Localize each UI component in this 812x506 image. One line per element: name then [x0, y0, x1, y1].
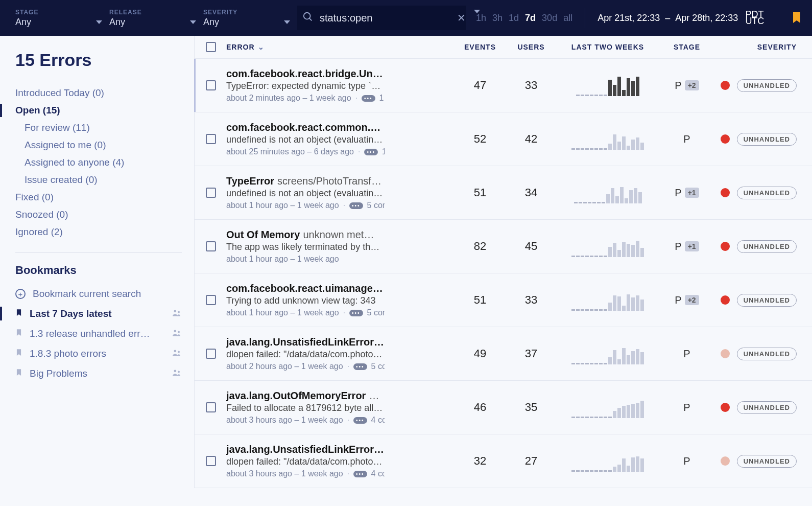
- error-row[interactable]: com.facebook.react.uimanager.… Trying to…: [195, 273, 812, 327]
- nav-item[interactable]: Open (15): [15, 102, 182, 119]
- error-message: Trying to add unknown view tag: 343: [226, 295, 385, 306]
- time-opt-30d[interactable]: 30d: [542, 13, 557, 24]
- unhandled-badge: UNHANDLED: [737, 401, 797, 414]
- error-title: com.facebook.react.common.Ja…: [226, 122, 385, 133]
- search-input[interactable]: [320, 12, 449, 24]
- error-title: java.lang.UnsatisfiedLinkError…: [226, 444, 385, 455]
- users-count: 34: [506, 186, 557, 199]
- nav-item[interactable]: Snoozed (0): [15, 206, 182, 223]
- sparkline: [557, 236, 659, 257]
- unhandled-badge: UNHANDLED: [737, 240, 797, 253]
- time-opt-1h[interactable]: 1h: [476, 13, 486, 24]
- users-count: 27: [506, 454, 557, 468]
- row-checkbox[interactable]: [206, 349, 216, 359]
- filter-severity[interactable]: SEVERITY Any: [203, 9, 290, 28]
- stage-cell: P+1: [659, 187, 715, 199]
- bookmark-icon: [15, 367, 22, 379]
- sparkline: [557, 75, 659, 96]
- svg-point-7: [178, 351, 180, 353]
- error-title: TypeErrorscreens/PhotoTransf…: [226, 175, 385, 187]
- nav-item[interactable]: Introduced Today (0): [15, 84, 182, 102]
- error-meta: about 1 hour ago – 1 week ago: [226, 255, 385, 264]
- timezone[interactable]: PDT UTC: [745, 11, 764, 25]
- nav-item[interactable]: Assigned to anyone (4): [15, 154, 182, 171]
- events-count: 49: [455, 347, 506, 360]
- stage-plus-badge: +1: [685, 188, 699, 198]
- users-count: 33: [506, 79, 557, 92]
- row-checkbox[interactable]: [206, 188, 216, 198]
- error-row[interactable]: java.lang.UnsatisfiedLinkError… dlopen f…: [195, 434, 812, 488]
- bookmark-item[interactable]: 1.8.3 photo errors: [15, 343, 182, 363]
- stage-cell: P+2: [659, 80, 715, 91]
- error-list: ERROR ⌄ EVENTS USERS LAST TWO WEEKS STAG…: [194, 36, 812, 488]
- bookmark-item[interactable]: 1.3 release unhandled err…: [15, 324, 182, 343]
- nav-item[interactable]: Issue created (0): [15, 171, 182, 189]
- error-row[interactable]: TypeErrorscreens/PhotoTransf… undefined …: [195, 166, 812, 220]
- row-checkbox[interactable]: [206, 134, 216, 144]
- bookmark-add[interactable]: + Bookmark current search: [15, 284, 182, 304]
- nav-item[interactable]: Assigned to me (0): [15, 136, 182, 154]
- col-events[interactable]: EVENTS: [455, 43, 506, 51]
- unhandled-badge: UNHANDLED: [737, 455, 797, 468]
- error-meta: about 3 hours ago – 1 week ago·•••4 com…: [226, 416, 385, 425]
- time-opt-1d[interactable]: 1d: [509, 13, 519, 24]
- date-range[interactable]: Apr 21st, 22:33 – Apr 28th, 22:33 PDT UT…: [598, 11, 764, 25]
- time-opt-all[interactable]: all: [563, 13, 572, 24]
- comment-icon: •••: [364, 149, 378, 155]
- stage-cell: P: [659, 348, 715, 360]
- filter-release[interactable]: RELEASE Any: [109, 9, 196, 28]
- nav-item[interactable]: Ignored (2): [15, 223, 182, 241]
- error-message: The app was likely terminated by the …: [226, 242, 385, 252]
- col-users[interactable]: USERS: [506, 43, 557, 51]
- filter-label: SEVERITY: [203, 9, 290, 16]
- comment-count: 4 com…: [371, 416, 385, 425]
- bookmark-icon: [15, 308, 22, 319]
- row-checkbox[interactable]: [206, 80, 216, 90]
- error-row[interactable]: com.facebook.react.common.Ja… undefined …: [195, 112, 812, 166]
- col-severity[interactable]: SEVERITY: [715, 43, 797, 51]
- search-box[interactable]: ✕: [297, 6, 466, 30]
- unhandled-badge: UNHANDLED: [737, 294, 797, 307]
- row-checkbox[interactable]: [206, 402, 216, 412]
- bookmark-label: 1.8.3 photo errors: [30, 348, 164, 359]
- chevron-down-icon: [96, 20, 102, 24]
- error-row[interactable]: com.facebook.react.bridge.Une… TypeError…: [195, 59, 812, 112]
- error-meta: about 3 hours ago – 1 week ago·•••4 com…: [226, 469, 385, 478]
- select-all-checkbox[interactable]: [206, 42, 216, 52]
- error-row[interactable]: java.lang.OutOfMemoryError… Failed to al…: [195, 381, 812, 434]
- nav-item[interactable]: For review (11): [15, 119, 182, 136]
- row-checkbox[interactable]: [206, 456, 216, 466]
- bookmark-icon[interactable]: [791, 10, 803, 26]
- stage-plus-badge: +2: [685, 80, 699, 90]
- share-icon[interactable]: [172, 328, 182, 339]
- users-count: 37: [506, 347, 557, 360]
- time-range-options: 1h3h1d7d30dall: [476, 13, 572, 24]
- sparkline: [557, 397, 659, 418]
- row-checkbox[interactable]: [206, 295, 216, 305]
- filter-stage[interactable]: STAGE Any: [15, 9, 102, 28]
- events-count: 52: [455, 132, 506, 146]
- clear-search-icon[interactable]: ✕: [455, 12, 468, 24]
- row-checkbox[interactable]: [206, 241, 216, 251]
- share-icon[interactable]: [172, 308, 182, 319]
- comment-icon: •••: [353, 417, 367, 424]
- time-opt-7d[interactable]: 7d: [525, 13, 536, 24]
- time-opt-3h[interactable]: 3h: [492, 13, 503, 24]
- events-count: 82: [455, 240, 506, 253]
- bookmark-item[interactable]: Big Problems: [15, 363, 182, 383]
- col-error[interactable]: ERROR ⌄: [226, 43, 455, 51]
- bookmark-item[interactable]: Last 7 Days latest: [15, 304, 182, 324]
- col-sparkline[interactable]: LAST TWO WEEKS: [557, 43, 659, 51]
- search-icon: [302, 11, 314, 25]
- comment-count: 1 c…: [382, 147, 385, 156]
- error-row[interactable]: Out Of Memoryunknown met… The app was li…: [195, 220, 812, 273]
- bookmarks-heading: Bookmarks: [15, 264, 182, 277]
- nav-item[interactable]: Fixed (0): [15, 189, 182, 206]
- share-icon[interactable]: [172, 348, 182, 359]
- users-count: 42: [506, 132, 557, 146]
- error-title: Out Of Memoryunknown met…: [226, 229, 385, 241]
- col-stage[interactable]: STAGE: [659, 43, 715, 51]
- share-icon[interactable]: [172, 368, 182, 379]
- filter-value: Any: [109, 17, 125, 28]
- error-row[interactable]: java.lang.UnsatisfiedLinkError… dlopen f…: [195, 327, 812, 381]
